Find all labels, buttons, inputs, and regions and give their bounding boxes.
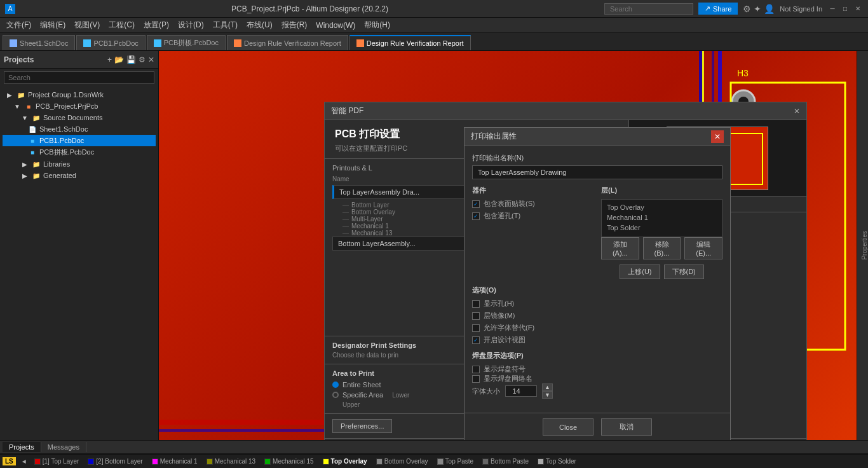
menu-window[interactable]: Window(W)	[312, 20, 359, 31]
smart-pdf-close-icon[interactable]: ✕	[794, 107, 800, 116]
top-overlay-color	[323, 458, 329, 465]
mirror-option[interactable]: 层镜像(M)	[472, 311, 722, 320]
print-props-close-button[interactable]: ✕	[711, 130, 724, 143]
layer-mech13[interactable]: Mechanical 13	[205, 458, 257, 465]
panel-settings-icon[interactable]: ⚙	[139, 55, 146, 64]
layer-top-paste[interactable]: Top Paste	[435, 458, 475, 465]
tab-sheet1[interactable]: Sheet1.SchDoc	[3, 35, 75, 50]
maximize-button[interactable]: □	[840, 4, 850, 14]
font-size-input[interactable]	[505, 385, 537, 397]
mech15-label: Mechanical 15	[273, 458, 313, 465]
pad-net-checkbox[interactable]	[472, 375, 480, 383]
tree-pcb-panel[interactable]: ■ PCB拼板.PcbDoc	[3, 146, 156, 158]
font-size-label: 字体大小	[472, 387, 500, 396]
font-sub-option[interactable]: 允许字体替代(F)	[472, 323, 722, 333]
show-holes-option[interactable]: 显示孔(H)	[472, 299, 722, 308]
project-arrow-icon: ▼	[13, 102, 22, 111]
share-button[interactable]: ↗ Share	[698, 3, 738, 15]
pad-net-option[interactable]: 显示焊盘网络名	[472, 374, 722, 383]
theme-icon[interactable]: ✦	[754, 4, 761, 14]
layer-mech1[interactable]: Mechanical 1	[604, 212, 719, 223]
design-view-checkbox[interactable]	[472, 336, 480, 344]
font-sub-checkbox[interactable]	[472, 324, 480, 332]
menu-help[interactable]: 帮助(H)	[360, 18, 394, 32]
edit-layer-button[interactable]: 编辑(E)...	[684, 237, 722, 259]
layer-bottom-overlay[interactable]: Bottom Overlay	[374, 458, 430, 465]
move-down-button[interactable]: 下移(D)	[664, 265, 704, 279]
layer-top-overlay[interactable]: Top Overlay	[321, 458, 369, 465]
layer-top[interactable]: [1] Top Layer	[32, 458, 81, 465]
tree-pcb1[interactable]: ■ PCB1.PcbDoc	[3, 135, 156, 146]
entire-sheet-radio[interactable]	[332, 382, 339, 388]
tree-generated[interactable]: ▶ 📁 Generated	[3, 170, 156, 181]
panel-open-icon[interactable]: 📂	[114, 55, 124, 64]
layer-top-overlay[interactable]: Top Overlay	[604, 202, 719, 212]
cancel-dialog-button[interactable]: 取消	[601, 418, 652, 436]
remove-layer-button[interactable]: 移除(B)...	[643, 237, 681, 259]
panel-close-icon[interactable]: ✕	[148, 55, 154, 64]
mirror-checkbox[interactable]	[472, 312, 480, 320]
tree-project[interactable]: ▼ ■ PCB_Project.PrjPcb	[3, 100, 156, 112]
user-icon[interactable]: 👤	[764, 4, 775, 14]
include-smt-row[interactable]: 包含表面贴装(S)	[472, 199, 593, 209]
menu-edit[interactable]: 编辑(E)	[36, 18, 69, 32]
layer-mech15[interactable]: Mechanical 15	[262, 458, 315, 465]
pad-designator-checkbox[interactable]	[472, 366, 480, 373]
menu-tools[interactable]: 工具(T)	[209, 18, 241, 32]
tab-pcb1[interactable]: PCB1.PcbDoc	[76, 35, 145, 50]
include-thru-row[interactable]: 包含通孔(T)	[472, 211, 593, 221]
output-name-input[interactable]	[472, 165, 722, 179]
projects-tab[interactable]: Projects	[3, 442, 41, 452]
tab-pcb-panel[interactable]: PCB拼板.PcbDoc	[147, 35, 226, 50]
specific-area-radio[interactable]	[332, 392, 339, 398]
include-smt-checkbox[interactable]	[472, 200, 480, 208]
panel-save-icon[interactable]: 💾	[126, 55, 136, 64]
layer-bottom[interactable]: [2] Bottom Layer	[86, 458, 144, 465]
panel-tabs: Projects Messages	[0, 440, 868, 454]
menu-project[interactable]: 工程(C)	[105, 18, 139, 32]
move-up-button[interactable]: 上移(U)	[620, 265, 660, 279]
include-thru-checkbox[interactable]	[472, 212, 480, 220]
close-dialog-button[interactable]: Close	[543, 418, 593, 436]
menu-route[interactable]: 布线(U)	[243, 18, 276, 32]
tab-drc2[interactable]: Design Rule Verification Report	[349, 35, 471, 50]
settings-icon[interactable]: ⚙	[743, 4, 751, 14]
layer-mech1[interactable]: Mechanical 1	[150, 458, 200, 465]
tree-libraries[interactable]: ▶ 📁 Libraries	[3, 158, 156, 170]
tab-drc1[interactable]: Design Rule Verification Report	[227, 35, 348, 50]
tree-source-docs[interactable]: ▼ 📁 Source Documents	[3, 112, 156, 123]
menu-view[interactable]: 视图(V)	[71, 18, 104, 32]
font-up-arrow[interactable]: ▲	[542, 383, 553, 391]
tab-drc2-label: Design Rule Verification Report	[367, 39, 464, 47]
properties-label[interactable]: Properties	[861, 231, 868, 260]
font-down-arrow[interactable]: ▼	[542, 391, 553, 399]
add-layer-button[interactable]: 添加(A)...	[601, 237, 639, 259]
layer-top-solder[interactable]: Top Solder	[604, 223, 719, 233]
layer-top-solder[interactable]: Top Solder	[536, 458, 578, 465]
global-search-input[interactable]	[604, 3, 693, 15]
panel-new-icon[interactable]: +	[107, 55, 112, 64]
main-layout: Projects + 📂 💾 ⚙ ✕ ▶ 📁 Project Group 1.D…	[0, 51, 868, 440]
tree-sheet1[interactable]: 📄 Sheet1.SchDoc	[3, 123, 156, 135]
show-holes-checkbox[interactable]	[472, 300, 480, 308]
menu-file[interactable]: 文件(F)	[3, 18, 35, 32]
layer-bottom-paste[interactable]: Bottom Paste	[480, 458, 531, 465]
menu-design[interactable]: 设计(D)	[174, 18, 208, 32]
search-input[interactable]	[4, 71, 154, 84]
font-spinner[interactable]: ▲ ▼	[542, 383, 553, 399]
pcb-panel-label: PCB拼板.PcbDoc	[39, 148, 94, 157]
nav-left-icon[interactable]: ◄	[21, 458, 27, 465]
project-label: PCB_Project.PrjPcb	[36, 102, 98, 110]
project-group-label: Project Group 1.DsnWrk	[28, 91, 104, 99]
menu-report[interactable]: 报告(R)	[278, 18, 311, 32]
minimize-button[interactable]: ─	[827, 4, 837, 14]
ls-box: LS	[3, 457, 16, 465]
show-holes-label: 显示孔(H)	[484, 299, 514, 308]
preferences-button[interactable]: Preferences...	[332, 419, 392, 433]
design-view-option[interactable]: 开启设计视图	[472, 335, 722, 345]
tree-project-group[interactable]: ▶ 📁 Project Group 1.DsnWrk	[3, 89, 156, 100]
messages-tab[interactable]: Messages	[41, 442, 86, 452]
menu-place[interactable]: 放置(P)	[140, 18, 173, 32]
pad-designator-option[interactable]: 显示焊盘符号	[472, 364, 722, 374]
close-button[interactable]: ✕	[853, 4, 863, 14]
